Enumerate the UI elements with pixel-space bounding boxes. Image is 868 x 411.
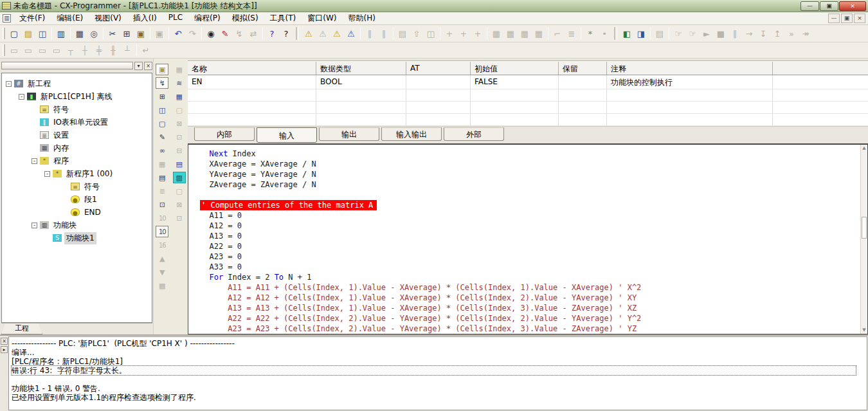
cell[interactable] [406, 114, 471, 125]
monitor-decimal-signed-icon[interactable]: 10 [156, 226, 168, 237]
table-row[interactable] [188, 102, 868, 114]
column-header-4[interactable]: 初始值 [471, 62, 559, 75]
code-line[interactable]: A12 = A12 + (Cells(Index, 1).Value - XAv… [200, 293, 858, 303]
tab-project[interactable]: 工程 [1, 324, 42, 334]
tab-2[interactable]: 输出 [319, 127, 379, 141]
expand-toggle-icon[interactable]: - [32, 158, 37, 164]
cell[interactable] [607, 89, 773, 101]
cell[interactable] [316, 114, 406, 125]
toolbar-grip[interactable] [3, 28, 5, 39]
mdi-restore-button[interactable]: ▣ [841, 14, 853, 23]
tab-1[interactable]: 输入 [257, 127, 317, 143]
cell[interactable]: 功能块的控制执行 [607, 75, 773, 89]
replace-icon[interactable]: ✎ [218, 27, 232, 40]
cell[interactable] [607, 114, 773, 125]
output-close-icon[interactable]: × [1, 338, 8, 345]
cell[interactable] [471, 102, 559, 113]
code-line[interactable]: A11 = A11 + (Cells(Index, 1).Value - XAv… [200, 282, 858, 293]
cell[interactable] [406, 102, 471, 113]
minimize-button[interactable]: — [800, 1, 819, 11]
expand-toggle-icon[interactable]: - [44, 171, 50, 177]
tree-item-programs-6[interactable]: -*程序 [2, 154, 152, 167]
cell[interactable] [559, 75, 607, 89]
edit-comment-icon[interactable]: ✎ [156, 131, 168, 143]
st-code[interactable]: Next Index XAverage = XAverage / N YAver… [188, 145, 867, 334]
print-icon[interactable]: ▦ [73, 27, 87, 40]
mdi-minimize-button[interactable]: — [828, 14, 840, 23]
st-editor-icon[interactable]: ▥ [173, 172, 186, 183]
code-line[interactable]: A23 = A23 + (Cells(Index, 2).Value - YAv… [200, 324, 858, 334]
code-line[interactable]: YAverage = YAverage / N [200, 169, 858, 179]
output-line[interactable]: 编译... [12, 348, 34, 357]
output-line[interactable]: ---------------- PLC: '新PLC1' (PLC机型 'CP… [12, 339, 235, 348]
menu-h[interactable]: 帮助(H) [343, 12, 381, 25]
code-line[interactable]: XAverage = XAverage / N [200, 159, 858, 169]
cell[interactable] [406, 75, 471, 89]
tree-item-memory-5[interactable]: ▦内存 [2, 142, 152, 154]
io-stack-view-icon[interactable]: ▤ [173, 158, 186, 170]
help-icon[interactable]: ? [265, 27, 279, 40]
tab-3[interactable]: 输入输出 [381, 127, 442, 141]
print-preview-icon[interactable]: ◎ [87, 27, 101, 40]
cell[interactable] [607, 102, 773, 113]
cell[interactable]: FALSE [471, 75, 559, 89]
tree-item-plc-1[interactable]: -▮新PLC1[CP1H] 离线 [2, 90, 152, 103]
cell[interactable] [188, 102, 316, 113]
work-online-simulator-icon[interactable]: ◨ [634, 27, 648, 40]
table-row[interactable]: ENBOOLFALSE功能块的控制执行 [188, 75, 868, 89]
menu-w[interactable]: 窗口(W) [302, 12, 342, 25]
cell[interactable] [471, 89, 559, 101]
toolbar-grip[interactable] [3, 44, 5, 56]
cell[interactable] [188, 114, 316, 125]
chevron-down-icon[interactable]: ▾ [134, 62, 143, 70]
st-code-editor[interactable]: Next Index XAverage = XAverage / N YAver… [188, 143, 868, 334]
find-warning-icon[interactable]: ⚠ [330, 27, 344, 40]
close-button[interactable]: × [839, 1, 866, 11]
output-error-line[interactable]: 错误:行 43: 字符串型字母太长。 [12, 366, 856, 375]
output-line[interactable]: 功能块1 - 1 错误, 0 警告. [12, 384, 100, 393]
output-line[interactable]: 已经用设置到单元版本1.1的程序检查选项检测了程序. [12, 393, 196, 402]
expand-toggle-icon[interactable]: - [6, 81, 12, 87]
expand-toggle-icon[interactable]: - [19, 94, 24, 100]
save-icon[interactable]: ◫ [35, 27, 50, 40]
open-icon[interactable]: ▤ [21, 27, 35, 40]
code-line[interactable]: A12 = 0 [200, 221, 858, 231]
menu-v[interactable]: 视图(V) [89, 12, 127, 25]
menu-e[interactable]: 编辑(E) [51, 12, 89, 25]
output-line[interactable]: [PLC/程序名 : 新PLC1/功能块1] [12, 357, 123, 366]
view-split-icon[interactable]: ◫ [156, 104, 168, 116]
cell[interactable] [559, 114, 607, 125]
cell[interactable] [559, 89, 607, 101]
cell[interactable] [471, 114, 559, 125]
column-header-3[interactable]: AT [406, 62, 471, 75]
code-line[interactable]: A22 = A22 + (Cells(Index, 2).Value - YAv… [200, 313, 858, 324]
find-symbol-icon[interactable]: ∞ [156, 145, 168, 156]
work-online-icon[interactable]: ◧ [620, 27, 634, 40]
error-highlight-line[interactable]: ' Compute entries of the the matrix A [200, 200, 858, 210]
code-line[interactable]: A23 = 0 [200, 251, 858, 262]
tree-item-settings-4[interactable]: ≣设置 [2, 129, 152, 142]
differential-monitor-icon[interactable]: * [583, 27, 597, 40]
new-icon[interactable]: ▢ [7, 27, 21, 40]
table-row[interactable] [188, 114, 868, 126]
cell[interactable] [406, 89, 471, 101]
code-line[interactable]: ZAverage = ZAverage / N [200, 179, 858, 190]
cell[interactable] [316, 102, 406, 113]
tree-item-section-10[interactable]: ●END [2, 206, 152, 219]
window-layout-icon[interactable]: ▣ [156, 64, 168, 75]
mdi-close-button[interactable]: × [854, 14, 865, 23]
cell[interactable] [316, 89, 406, 101]
code-line[interactable]: A33 = 0 [200, 262, 858, 272]
project-pane-close-icon[interactable]: × [144, 62, 152, 70]
cell[interactable]: EN [188, 75, 316, 89]
compile-icon[interactable]: ⚠ [302, 27, 316, 40]
project-pane-grip[interactable] [1, 62, 133, 69]
code-line[interactable]: A13 = A13 + (Cells(Index, 1).Value - XAv… [200, 303, 858, 313]
menu-plc[interactable]: PLC [163, 12, 188, 25]
cell[interactable]: BOOL [316, 75, 406, 89]
address-binary-view-icon[interactable]: ⊡ [156, 199, 168, 210]
code-line[interactable] [200, 190, 858, 200]
table-row[interactable] [188, 89, 868, 102]
code-line[interactable]: A11 = 0 [200, 210, 858, 221]
view-code-icon[interactable]: ⊞ [156, 91, 168, 102]
